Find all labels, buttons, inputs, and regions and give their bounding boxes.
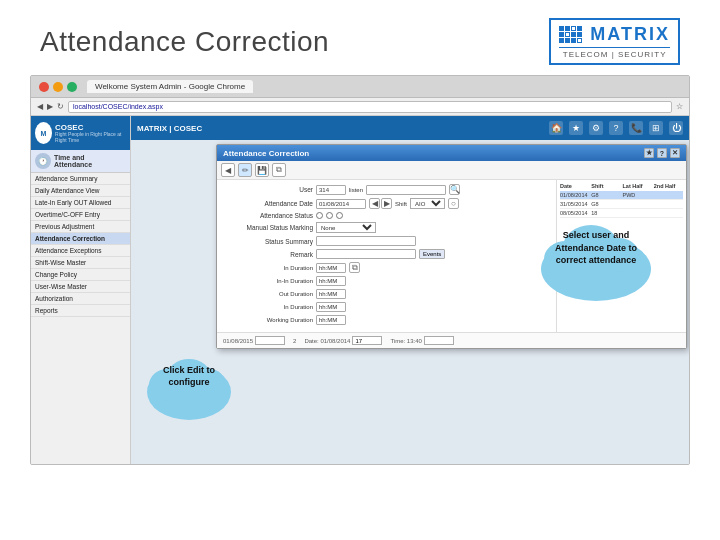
back-icon[interactable]: ◀ xyxy=(37,102,43,111)
phone-toolbar-icon[interactable]: 📞 xyxy=(629,121,643,135)
shift-select[interactable]: AIO xyxy=(410,198,445,209)
matrix-logo: MATRIX TELECOM | SECURITY xyxy=(549,18,680,65)
attendance-date-input[interactable] xyxy=(316,199,366,209)
attendance-status-row: Attendance Status xyxy=(223,212,550,219)
dialog-copy-btn[interactable]: ⧉ xyxy=(272,163,286,177)
remark-input[interactable] xyxy=(316,249,416,259)
cell-date-2: 31/05/2014 xyxy=(560,201,589,207)
in-duration-row-1: In Duration ⧉ xyxy=(223,262,550,273)
bottom-num-field: 2 xyxy=(293,336,296,345)
bottom-time-field: Time: 13:40 xyxy=(390,336,453,345)
cosec-icon: M xyxy=(35,122,52,144)
forward-icon[interactable]: ▶ xyxy=(47,102,53,111)
dialog-title: Attendance Correction xyxy=(223,149,309,158)
star-icon[interactable]: ☆ xyxy=(676,102,683,111)
working-duration-input[interactable] xyxy=(316,315,346,325)
status-radio-absent[interactable] xyxy=(326,212,333,219)
dialog-help-btn[interactable]: ? xyxy=(657,148,667,158)
in-duration-label-1: In Duration xyxy=(223,265,313,271)
help-toolbar-icon[interactable]: ? xyxy=(609,121,623,135)
attendance-date-label: Attendance Date xyxy=(223,200,313,207)
cell-shift-2: G8 xyxy=(591,201,620,207)
listen-label: listen xyxy=(349,187,363,193)
sidebar-item-overtime[interactable]: Overtime/C-OFF Entry xyxy=(31,209,130,221)
cell-lat-1: PWD xyxy=(623,192,652,198)
manual-status-select[interactable]: None xyxy=(316,222,376,233)
cell-lat-2 xyxy=(623,201,652,207)
home-toolbar-icon[interactable]: 🏠 xyxy=(549,121,563,135)
sidebar-item-daily-view[interactable]: Daily Attendance View xyxy=(31,185,130,197)
out-duration-input[interactable] xyxy=(316,276,346,286)
sidebar-item-reports[interactable]: Reports xyxy=(31,305,130,317)
click-edit-cloud-text: Click Edit to configure xyxy=(147,365,231,388)
gear-toolbar-icon[interactable]: ⚙ xyxy=(589,121,603,135)
dialog-star-btn[interactable]: ★ xyxy=(644,148,654,158)
status-summary-input[interactable] xyxy=(316,236,416,246)
status-radio-other[interactable] xyxy=(336,212,343,219)
sidebar-item-user-master[interactable]: User-Wise Master xyxy=(31,281,130,293)
dialog-save-btn[interactable]: 💾 xyxy=(255,163,269,177)
grid-toolbar-icon[interactable]: ⊞ xyxy=(649,121,663,135)
sidebar-item-late-early[interactable]: Late-In Early OUT Allowed xyxy=(31,197,130,209)
date-next-btn[interactable]: ▶ xyxy=(381,198,392,209)
sidebar-brand-text: COSEC Right People in Right Place at Rig… xyxy=(55,123,126,143)
in-duration-copy-btn-1[interactable]: ⧉ xyxy=(349,262,360,273)
table-row[interactable]: 31/05/2014 G8 xyxy=(560,200,683,209)
address-text: localhost/COSEC/index.aspx xyxy=(73,103,163,110)
browser-btn-close[interactable] xyxy=(39,82,49,92)
dialog-back-btn[interactable]: ◀ xyxy=(221,163,235,177)
swing-duration-input[interactable] xyxy=(316,302,346,312)
duration-section: In Duration ⧉ In-In Duration Out Duratio… xyxy=(223,262,550,325)
status-radio-group xyxy=(316,212,343,219)
star-toolbar-icon[interactable]: ★ xyxy=(569,121,583,135)
address-bar[interactable]: localhost/COSEC/index.aspx xyxy=(68,101,672,113)
dialog-form: User listen 🔍 Attendance Date ◀ xyxy=(217,180,556,332)
out-duration-row: In-In Duration xyxy=(223,276,550,286)
sidebar-item-change-policy[interactable]: Change Policy xyxy=(31,269,130,281)
date-prev-btn[interactable]: ◀ xyxy=(369,198,380,209)
working-duration-row: Working Duration xyxy=(223,315,550,325)
browser-btn-maximize[interactable] xyxy=(67,82,77,92)
in-duration-input-2[interactable] xyxy=(316,289,346,299)
power-toolbar-icon[interactable]: ⏻ xyxy=(669,121,683,135)
browser-btn-minimize[interactable] xyxy=(53,82,63,92)
app-layout: M COSEC Right People in Right Place at R… xyxy=(31,116,689,465)
logo-grid-icon xyxy=(559,26,582,43)
sidebar: M COSEC Right People in Right Place at R… xyxy=(31,116,131,465)
dialog-close-btn[interactable]: ✕ xyxy=(670,148,680,158)
col-date: Date xyxy=(560,183,589,189)
logo-top: MATRIX xyxy=(559,24,670,45)
bottom-time-val xyxy=(424,336,454,345)
screenshot-area: Welkome System Admin - Google Chrome ◀ ▶… xyxy=(30,75,690,465)
user-input[interactable] xyxy=(316,185,346,195)
time-attendance-section[interactable]: 🕐 Time andAttendance xyxy=(31,150,130,173)
sidebar-item-shift-master[interactable]: Shift-Wise Master xyxy=(31,257,130,269)
col-lat-half: Lat Half xyxy=(623,183,652,189)
browser-tab[interactable]: Welkome System Admin - Google Chrome xyxy=(87,80,253,93)
manual-status-row: Manual Status Marking None xyxy=(223,222,550,233)
sidebar-item-exceptions[interactable]: Attendance Exceptions xyxy=(31,245,130,257)
events-button[interactable]: Events xyxy=(419,249,445,259)
in-duration-input-1[interactable] xyxy=(316,263,346,273)
date-nav-buttons: ◀ ▶ xyxy=(369,198,392,209)
time-section-label: Time andAttendance xyxy=(54,154,92,168)
table-row[interactable]: 01/08/2014 G8 PWD xyxy=(560,191,683,200)
refresh-icon[interactable]: ↻ xyxy=(57,102,64,111)
in-duration-label-2: Out Duration xyxy=(223,291,313,297)
sidebar-item-prev-adj[interactable]: Previous Adjustment xyxy=(31,221,130,233)
user-search-btn[interactable]: 🔍 xyxy=(449,184,460,195)
out-duration-label: In-In Duration xyxy=(223,278,313,284)
dialog-bottom: 01/08/2015 2 Date: 01/08/2014 17 Time: 1… xyxy=(217,332,686,348)
dialog-edit-btn[interactable]: ✏ xyxy=(238,163,252,177)
bottom-dt-label: Date: 01/08/2014 xyxy=(304,338,350,344)
page-title: Attendance Correction xyxy=(40,26,329,58)
sidebar-item-authorization[interactable]: Authorization xyxy=(31,293,130,305)
shift-round-btn[interactable]: ○ xyxy=(448,198,459,209)
user-name-input[interactable] xyxy=(366,185,446,195)
user-label: User xyxy=(223,186,313,193)
sidebar-item-attendance-correction[interactable]: Attendance Correction xyxy=(31,233,130,245)
user-row: User listen 🔍 xyxy=(223,184,550,195)
status-radio-present[interactable] xyxy=(316,212,323,219)
attendance-date-row: Attendance Date ◀ ▶ Shift AIO ○ xyxy=(223,198,550,209)
sidebar-item-attendance-summary[interactable]: Attendance Summary xyxy=(31,173,130,185)
